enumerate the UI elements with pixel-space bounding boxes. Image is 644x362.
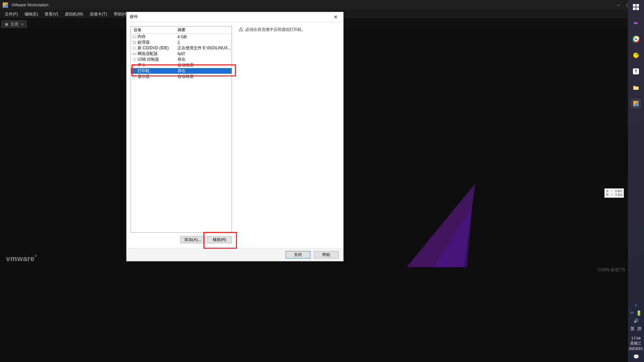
taskbar-chrome[interactable] [631,34,641,44]
taskbar-vmware[interactable] [631,99,641,109]
header-summary[interactable]: 摘要 [176,27,232,33]
wifi-icon[interactable]: ⌔ [631,310,633,316]
app-title: VMware Workstation [11,3,48,7]
start-button[interactable] [631,2,641,12]
menu-file[interactable]: 文件(F) [1,10,21,18]
volume-icon[interactable]: 🔊 [634,318,639,323]
device-row-cpu[interactable]: 处理器2 [131,40,232,45]
tab-home-label: 主页 [10,21,18,27]
tray-expand[interactable]: ‹ [635,302,637,308]
chrome-icon [633,36,639,43]
device-name: 处理器 [138,40,150,45]
svg-point-19 [636,22,638,24]
svg-point-6 [134,54,135,54]
svg-rect-11 [134,69,135,70]
svg-point-8 [133,59,134,60]
svg-rect-17 [636,7,639,10]
printer-warning: 必须在首选项中启用虚拟打印机。 [239,27,339,33]
ime-mode[interactable]: 拼 [637,326,642,332]
device-name: 显示器 [138,74,150,79]
device-list[interactable]: 设备 摘要 内存4 GB处理器2新 CD/DVD (IDE)正在使用文件 E:\… [131,26,232,233]
taskbar-copilot[interactable] [631,18,641,28]
svg-rect-14 [633,4,636,7]
home-icon [4,22,9,26]
printer-icon [132,69,137,73]
svg-point-7 [135,54,135,54]
device-detail-pane: 必须在首选项中启用虚拟打印机。 [236,26,339,244]
device-name: 新 CD/DVD (IDE) [138,45,169,51]
cpu-icon [132,40,137,45]
device-row-printer[interactable]: 打印机存在 [131,68,232,74]
device-name: 网络适配器 [138,51,158,57]
taskbar-app-yellow[interactable] [631,50,641,60]
usb-icon [132,57,137,62]
device-summary: 存在 [176,68,232,74]
device-summary: 4 GB [176,35,232,39]
menu-view[interactable]: 查看(V) [41,10,61,18]
tab-home[interactable]: 主页 × [1,20,27,28]
sound-icon [132,63,137,67]
network-speed-widget[interactable]: S↑0 B/s R↑0 B/s [604,188,624,198]
device-name: USB 控制器 [138,57,159,62]
device-summary: 2 [176,40,232,45]
warning-icon [239,27,243,32]
device-name: 内存 [138,34,146,40]
device-row-sound[interactable]: 声卡自动检测 [131,62,232,68]
device-name: 打印机 [138,68,150,74]
dialog-close-button[interactable]: ✕ [332,13,340,21]
svg-rect-16 [633,7,636,10]
ime-lang[interactable]: 英 [630,326,635,332]
device-row-net[interactable]: 网络适配器NAT [131,51,232,57]
svg-point-3 [134,48,135,48]
minimize-button[interactable]: ─ [614,1,623,9]
yellow-app-icon [633,52,639,58]
vmware-logo: vmware® [6,254,37,263]
svg-rect-15 [636,4,639,7]
taskbar-text-app[interactable]: T [631,66,641,76]
clock-time: 17:04 [629,336,643,341]
copilot-icon [633,20,639,26]
warning-text: 必须在首选项中启用虚拟打印机。 [245,27,306,33]
vmware-app-icon [3,2,8,8]
device-row-disc[interactable]: 新 CD/DVD (IDE)正在使用文件 E:\ISO\LINUX... [131,45,232,51]
clock-weekday: 星期三 [629,341,643,346]
svg-point-18 [634,22,636,24]
display-icon [132,74,137,79]
disc-icon [132,46,137,50]
device-row-usb[interactable]: USB 控制器存在 [131,57,232,62]
menu-edit[interactable]: 编辑(E) [21,10,41,18]
help-button[interactable]: 帮助 [314,251,339,258]
menu-tabs[interactable]: 选项卡(T) [86,10,110,18]
device-row-memory[interactable]: 内存4 GB [131,34,232,40]
device-summary: 正在使用文件 E:\ISO\LINUX... [176,45,232,51]
svg-rect-9 [135,60,136,60]
notification-icon[interactable]: 💬 [633,354,639,359]
device-summary: NAT [176,52,232,56]
battery-icon[interactable]: 🔋 [636,310,642,316]
titlebar: VMware Workstation ─ ▢ ✕ [0,0,644,10]
device-summary: 自动检测 [176,62,232,68]
svg-point-27 [636,54,638,55]
svg-text:T: T [635,69,637,74]
device-name: 声卡 [138,62,146,68]
add-button[interactable]: 添加(A)... [180,236,205,243]
vmware-icon [633,101,639,106]
remove-button[interactable]: 移除(R) [207,236,232,243]
close-dialog-button[interactable]: 关闭 [286,251,310,258]
taskbar-explorer[interactable] [631,82,641,93]
system-tray: ‹ ⌔ 🔋 🔊 英 拼 17:04 星期三 2023/3/1 💬 [628,302,644,362]
tab-close-button[interactable]: × [21,22,24,26]
folder-icon [633,85,639,90]
dialog-title: 硬件 [130,14,332,20]
memory-icon [132,35,137,39]
header-device[interactable]: 设备 [131,27,176,33]
svg-rect-0 [133,36,136,38]
device-list-header: 设备 摘要 [131,26,232,34]
decoration-triangle-2 [433,207,472,267]
device-row-display[interactable]: 显示器自动检测 [131,74,232,79]
svg-rect-13 [133,75,136,77]
csdn-watermark: CSDN @澄775 [598,267,625,273]
dialog-header[interactable]: 硬件 ✕ [127,12,343,22]
menu-vm[interactable]: 虚拟机(M) [61,10,86,18]
taskbar-clock[interactable]: 17:04 星期三 2023/3/1 [629,336,643,351]
